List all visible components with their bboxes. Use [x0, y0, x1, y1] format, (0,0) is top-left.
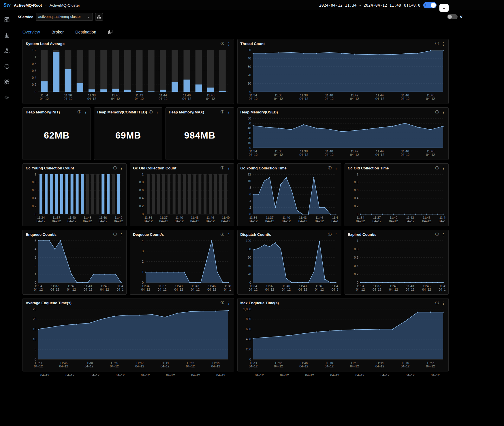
svg-text:11:43: 11:43	[406, 216, 414, 219]
panel-title: Average Enqueue Time(s)	[26, 301, 72, 305]
more-menu-icon[interactable]: ⋮	[227, 301, 231, 305]
dashboard-icon[interactable]	[4, 17, 10, 23]
more-menu-icon[interactable]: ⋮	[227, 233, 231, 237]
info-icon[interactable]: ⓘ	[149, 110, 153, 114]
info-icon[interactable]: ⓘ	[113, 233, 117, 236]
svg-text:04–12: 04–12	[40, 97, 49, 100]
panel-actions: ⓘ⋮	[435, 301, 446, 305]
tab-overview[interactable]: Overview	[22, 30, 40, 34]
svg-text:11:40: 11:40	[282, 216, 290, 219]
svg-text:0: 0	[35, 90, 36, 94]
more-menu-icon[interactable]: ⋮	[441, 42, 445, 46]
svg-text:11:42: 11:42	[136, 361, 144, 365]
info-icon[interactable]: ⓘ	[328, 233, 332, 236]
more-menu-icon[interactable]: ⋮	[155, 110, 159, 114]
time-range-picker[interactable]: 2024-04-12 11:34 ~ 2024-04-12 11:49	[319, 3, 401, 8]
info-icon[interactable]: ⓘ	[435, 166, 439, 170]
svg-text:11:49: 11:49	[439, 216, 445, 219]
info-icon[interactable]: ⓘ	[113, 166, 117, 170]
panel-grid: System Load Averageⓘ⋮00.20.40.60.811.211…	[22, 39, 449, 371]
info-icon[interactable]: ⓘ	[78, 110, 81, 114]
svg-text:04–12: 04–12	[426, 365, 435, 368]
panel-actions: ⓘ⋮	[221, 233, 231, 237]
breadcrumb-root[interactable]: ActiveMQ-Root	[14, 3, 42, 8]
svg-text:11:37: 11:37	[160, 216, 168, 219]
svg-text:11:34: 11:34	[35, 284, 42, 288]
svg-text:0.2: 0.2	[354, 272, 358, 276]
info-icon[interactable]: ⓘ	[221, 110, 224, 114]
panel-dequeue-count-s: Dequeue Count/sⓘ⋮0123411:3404–1211:3704–…	[130, 230, 234, 295]
svg-text:4: 4	[249, 199, 251, 203]
collapse-header-button[interactable]: ⌄	[439, 4, 449, 12]
skywalking-logo[interactable]: Sw	[0, 2, 14, 8]
alerting-icon[interactable]	[4, 63, 10, 69]
svg-text:04–12: 04–12	[439, 288, 445, 291]
more-menu-icon[interactable]: ⋮	[441, 301, 445, 305]
svg-text:11:44: 11:44	[376, 150, 383, 153]
more-menu-icon[interactable]: ⋮	[84, 110, 88, 114]
panel-actions: ⓘ⋮	[328, 233, 338, 237]
svg-text:1: 1	[357, 173, 358, 176]
more-menu-icon[interactable]: ⋮	[334, 166, 338, 170]
svg-text:2: 2	[249, 206, 251, 209]
chevron-down-icon: ⌄	[87, 15, 90, 19]
more-menu-icon[interactable]: ⋮	[227, 42, 231, 46]
svg-text:11:43: 11:43	[84, 284, 92, 288]
svg-text:60: 60	[247, 117, 251, 120]
tab-destination[interactable]: Destination	[75, 30, 96, 34]
svg-text:2: 2	[35, 264, 36, 268]
more-menu-icon[interactable]: ⋮	[227, 110, 231, 114]
svg-text:04–12: 04–12	[373, 219, 381, 223]
more-menu-icon[interactable]: ⋮	[441, 110, 445, 114]
edit-mode-toggle[interactable]	[447, 14, 458, 19]
settings-gear-icon[interactable]	[4, 95, 10, 100]
panel-gc-young-collection-count: Gc Young Collection Countⓘ⋮00.20.40.60.8…	[22, 163, 127, 226]
svg-text:1: 1	[35, 173, 36, 176]
add-widget-icon[interactable]	[4, 79, 10, 85]
svg-text:11:34: 11:34	[40, 94, 48, 97]
metrics-chart-icon[interactable]	[4, 32, 10, 38]
svg-text:04–12: 04–12	[64, 97, 73, 100]
info-icon[interactable]: ⓘ	[221, 301, 224, 305]
svg-text:11:48: 11:48	[426, 94, 434, 97]
service-topology-button[interactable]	[95, 13, 103, 21]
svg-text:11:37: 11:37	[266, 216, 274, 219]
panel-heap-memory-max: Heap Memory(MAX)ⓘ⋮984MB	[166, 107, 234, 160]
service-select[interactable]: activemq::activemq-cluster ⌄	[36, 13, 93, 21]
axis-date-label: 04–12	[166, 373, 175, 379]
metric-value: 62MB	[25, 115, 88, 155]
more-menu-icon[interactable]: ⋮	[119, 233, 123, 237]
more-menu-icon[interactable]: ⋮	[227, 166, 231, 170]
more-menu-icon[interactable]: ⋮	[441, 233, 445, 237]
panel-gc-old-collection-count: Gc Old Collection Countⓘ⋮00.20.40.60.811…	[130, 163, 234, 226]
svg-text:0: 0	[249, 146, 251, 150]
svg-text:1: 1	[35, 55, 36, 59]
info-icon[interactable]: ⓘ	[328, 166, 332, 170]
svg-text:4: 4	[142, 239, 144, 242]
panel-title: Dequeue Count/s	[133, 232, 164, 237]
svg-text:04–12: 04–12	[331, 288, 338, 291]
svg-text:11:49: 11:49	[115, 216, 123, 219]
svg-text:60: 60	[247, 256, 251, 259]
info-icon[interactable]: ⓘ	[221, 42, 224, 46]
tab-broker[interactable]: Broker	[51, 30, 64, 34]
info-icon[interactable]: ⓘ	[221, 166, 224, 170]
more-menu-icon[interactable]: ⋮	[334, 233, 338, 237]
more-menu-icon[interactable]: ⋮	[119, 166, 123, 170]
svg-text:04–12: 04–12	[158, 288, 167, 291]
topology-icon[interactable]	[4, 48, 10, 54]
more-menu-icon[interactable]: ⋮	[441, 166, 445, 170]
info-icon[interactable]: ⓘ	[435, 42, 439, 46]
info-icon[interactable]: ⓘ	[435, 110, 439, 114]
info-icon[interactable]: ⓘ	[435, 301, 439, 305]
svg-text:0: 0	[249, 90, 251, 94]
chart: 0102030405011:3404–1211:3604–1211:3804–1…	[240, 47, 445, 101]
copy-dashboard-icon[interactable]	[108, 29, 113, 34]
theme-toggle[interactable]: ☾	[423, 2, 437, 8]
chart: 00.20.40.60.8111:3404–1211:3704–1211:400…	[25, 171, 123, 223]
svg-text:11:43: 11:43	[191, 216, 199, 219]
info-icon[interactable]: ⓘ	[435, 233, 439, 236]
cutoff-row: 04–1204–1204–1204–1204–1204–1204–1204–12…	[22, 373, 449, 379]
info-icon[interactable]: ⓘ	[221, 233, 224, 236]
svg-text:11:48: 11:48	[426, 150, 434, 153]
